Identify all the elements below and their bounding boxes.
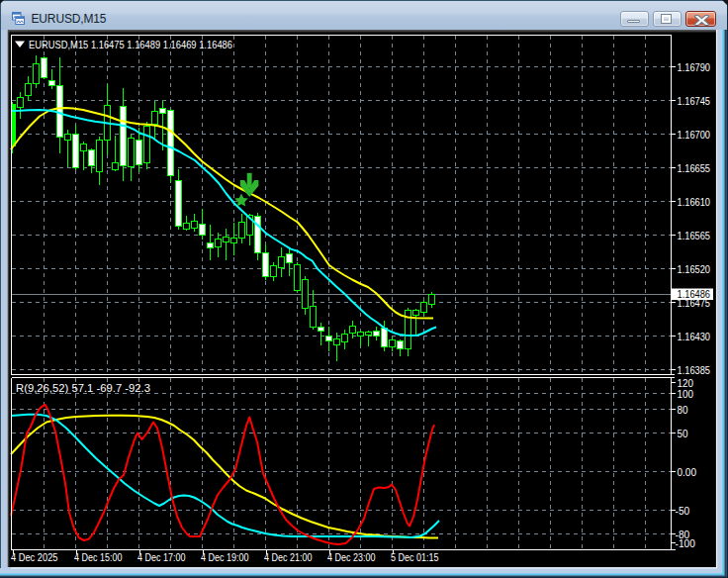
svg-text:EURUSD,M15 1.16475 1.16489 1.: EURUSD,M15 1.16475 1.16489 1.16469 1.164… [29,39,232,50]
svg-text:4 Dec 15:00: 4 Dec 15:00 [74,551,123,563]
svg-text:0.00: 0.00 [678,466,697,478]
svg-text:100: 100 [678,388,694,400]
svg-text:1.16610: 1.16610 [678,196,711,208]
svg-text:4 Dec 19:00: 4 Dec 19:00 [201,551,249,563]
svg-text:1.16385: 1.16385 [678,364,711,376]
svg-text:5 Dec 01:15: 5 Dec 01:15 [391,551,439,563]
svg-text:4 Dec 21:00: 4 Dec 21:00 [264,551,313,563]
svg-text:R(9,26,52) 57.1 -69.7 -92.3: R(9,26,52) 57.1 -69.7 -92.3 [16,382,150,394]
svg-text:1.16700: 1.16700 [678,129,711,141]
svg-text:1.16565: 1.16565 [678,230,711,241]
svg-text:1.16486: 1.16486 [678,288,711,300]
svg-text:1.16655: 1.16655 [678,162,711,174]
svg-text:-50: -50 [676,505,690,517]
svg-text:1.16520: 1.16520 [678,263,711,275]
svg-text:1.16745: 1.16745 [678,95,711,107]
svg-text:-100: -100 [676,537,695,549]
svg-text:4 Dec 17:00: 4 Dec 17:00 [137,551,186,563]
svg-text:4 Dec 23:00: 4 Dec 23:00 [327,551,376,563]
svg-text:1.16430: 1.16430 [678,331,711,342]
svg-text:1.16790: 1.16790 [678,61,711,73]
svg-text:50: 50 [678,428,688,439]
svg-text:4 Dec 2025: 4 Dec 2025 [11,551,58,563]
svg-text:80: 80 [678,404,688,416]
